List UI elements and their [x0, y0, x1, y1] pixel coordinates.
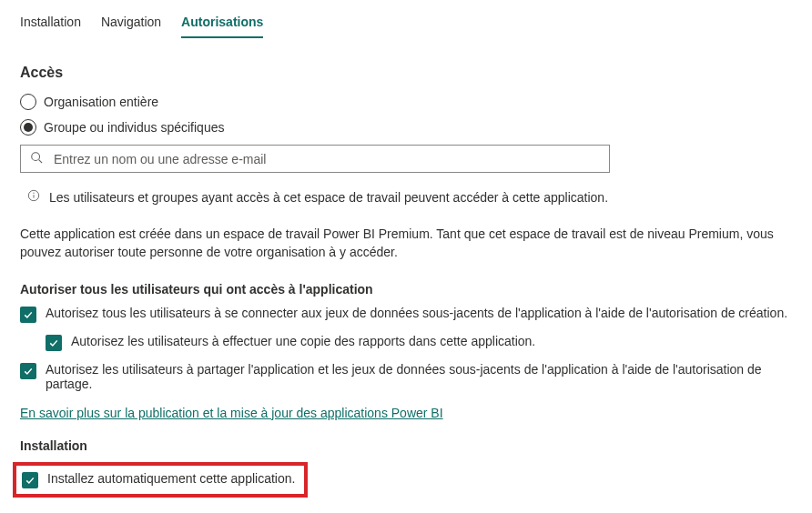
tabs: Installation Navigation Autorisations	[20, 9, 792, 39]
checkbox-share-app[interactable]: Autorisez les utilisateurs à partager l'…	[20, 362, 792, 391]
learn-more-link[interactable]: En savoir plus sur la publication et la …	[20, 406, 443, 420]
checkbox-label-auto-install: Installez automatiquement cette applicat…	[47, 471, 295, 486]
checkbox-label-datasets: Autorisez tous les utilisateurs à se con…	[46, 306, 787, 320]
checkbox-copy-reports[interactable]: Autorisez les utilisateurs à effectuer u…	[46, 334, 792, 351]
radio-organisation-entiere[interactable]: Organisation entière	[20, 94, 792, 110]
installation-title: Installation	[20, 438, 792, 453]
checkbox-label-copy: Autorisez les utilisateurs à effectuer u…	[71, 334, 535, 348]
access-title: Accès	[20, 65, 792, 81]
info-text: Les utilisateurs et groupes ayant accès …	[49, 190, 608, 205]
radio-checked-icon	[20, 119, 36, 136]
info-icon	[27, 189, 40, 205]
checkbox-label-share: Autorisez les utilisateurs à partager l'…	[46, 362, 792, 391]
info-row: Les utilisateurs et groupes ayant accès …	[27, 189, 792, 205]
radio-unchecked-icon	[20, 94, 36, 110]
checkmark-icon	[46, 335, 62, 351]
radio-groupe-individus[interactable]: Groupe ou individus spécifiques	[20, 119, 792, 136]
svg-line-1	[39, 160, 43, 164]
tab-navigation[interactable]: Navigation	[101, 9, 161, 38]
tab-autorisations[interactable]: Autorisations	[181, 9, 263, 38]
checkbox-datasets[interactable]: Autorisez tous les utilisateurs à se con…	[20, 306, 792, 323]
tab-installation[interactable]: Installation	[20, 9, 81, 38]
search-icon	[30, 151, 43, 166]
highlight-box: Installez automatiquement cette applicat…	[13, 462, 308, 498]
allow-users-title: Autoriser tous les utilisateurs qui ont …	[20, 282, 792, 297]
checkmark-icon	[20, 307, 36, 323]
search-box[interactable]	[20, 145, 610, 173]
search-input[interactable]	[54, 152, 600, 166]
premium-note: Cette application est créée dans un espa…	[20, 225, 785, 262]
svg-point-4	[33, 193, 34, 194]
radio-label-group: Groupe ou individus spécifiques	[44, 120, 224, 135]
checkmark-icon	[20, 363, 36, 379]
radio-label-org: Organisation entière	[44, 95, 158, 109]
checkmark-icon	[22, 472, 38, 488]
checkbox-auto-install[interactable]: Installez automatiquement cette applicat…	[22, 471, 295, 488]
svg-point-0	[32, 153, 40, 161]
